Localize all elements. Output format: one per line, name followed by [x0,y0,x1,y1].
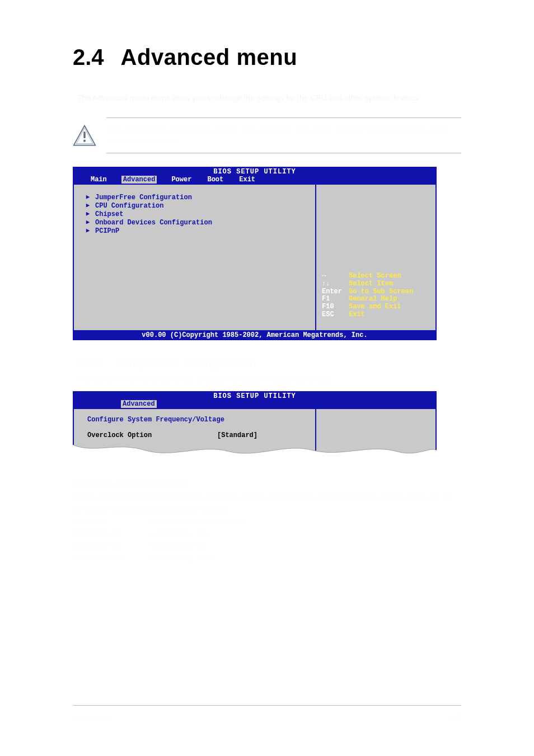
option-row[interactable]: Overclock Option [Standard] [87,431,308,439]
subsection-number: 2.4.1 [77,357,113,370]
tab-advanced[interactable]: Advanced [121,176,157,184]
nav-row: ↑↓Select Item [322,280,430,288]
subsection-heading: 2.4.1 JumperFree Configuration The items… [77,357,461,383]
section-title: Advanced menu [121,45,297,70]
bios-body: ▶ JumperFree Configuration ▶ CPU Configu… [73,185,437,330]
option-name: Overclock 3% [73,528,146,540]
intro-paragraph: The Advanced menu items allow you to cha… [77,92,461,104]
footer-rule [73,705,461,706]
nav-row: ESCExit [322,311,430,319]
nav-help: ↔Select Screen ↑↓Select Item EnterGo to … [322,273,430,319]
svg-point-3 [83,139,86,142]
option-name: Overclock 10% [73,552,146,564]
nav-desc: Select Screen [349,273,401,280]
subsection-intro: The items in this menu allows you to adj… [77,374,461,383]
option-value: [Standard] [217,431,257,439]
menu-label: CPU Configuration [95,202,163,210]
bios-title: BIOS SETUP UTILITY [73,391,437,400]
submenu-arrow-icon: ▶ [85,194,91,201]
nav-desc: Save and Exit [349,303,401,311]
submenu-arrow-icon: ▶ [85,227,91,235]
page-footer: ASUS K8N 2-17 [73,714,461,722]
menu-item[interactable]: ▶ JumperFree Configuration [85,194,308,202]
option-label: Overclock Option [87,431,217,439]
option-heading: Overclock Option [Standard] [73,476,461,489]
bios-right-panel [315,409,435,456]
menu-label: Onboard Devices Configuration [95,219,212,227]
nav-row: ↔Select Screen [322,273,430,280]
tab-exit[interactable]: Exit [238,176,256,184]
bios-title: BIOS SETUP UTILITY [73,167,437,176]
tab-advanced[interactable]: Advanced [121,400,157,408]
panel-title: Configure System Frequency/Voltage [87,416,308,424]
bios-right-panel: ↔Select Screen ↑↓Select Item EnterGo to … [315,185,435,330]
warning-icon [73,124,96,147]
option-desc-text: Allows selection of CPU overclocking opt… [73,491,461,515]
bios-screen-jumperfree: BIOS SETUP UTILITY Advanced Configure Sy… [73,391,437,456]
option-name: Overclock 5% [73,540,146,552]
option-text: - overclock by 5%. [146,541,209,550]
bios-menubar: Advanced [73,400,437,409]
submenu-arrow-icon: ▶ [85,219,91,227]
nav-desc: Select Item [349,280,393,288]
nav-key: Enter [322,288,349,296]
nav-key: F1 [322,295,349,303]
section-heading: 2.4 Advanced menu [73,45,461,70]
svg-rect-2 [83,132,86,138]
bios-menubar: Main Advanced Power Boot Exit [73,176,437,185]
nav-key: ↔ [322,273,349,280]
submenu-arrow-icon: ▶ [85,202,91,210]
option-description: Overclock Option [Standard] Allows selec… [73,476,461,564]
bios-copyright: v00.00 (C)Copyright 1985-2002, American … [73,330,437,340]
nav-desc: Go to Sub Screen [349,288,413,296]
menu-item[interactable]: ▶ CPU Configuration [85,202,308,210]
bios-left-panel: ▶ JumperFree Configuration ▶ CPU Configu… [74,185,315,330]
subsection-title: JumperFree Configuration [115,357,256,369]
nav-row: EnterGo to Sub Screen [322,288,430,296]
menu-label: JumperFree Configuration [95,194,192,202]
option-row: Standard- use factory default settings. [73,515,461,528]
option-text: - use factory default settings. [146,516,246,525]
menu-item[interactable]: ▶ Onboard Devices Configuration [85,219,308,227]
nav-row: F10Save and Exit [322,303,430,311]
caution-text: Take caution when changing the settings … [106,118,461,153]
menu-label: PCIPnP [95,227,119,236]
option-name: Standard [73,515,146,528]
bios-left-panel: Configure System Frequency/Voltage Overc… [74,409,315,456]
footer-left: ASUS K8N [73,714,109,722]
menu-item[interactable]: ▶ PCIPnP [85,227,308,236]
nav-desc: Exit [349,311,365,319]
caution-note: Take caution when changing the settings … [73,118,461,153]
nav-key: F10 [322,303,349,311]
nav-key: ↑↓ [322,280,349,288]
bios-body: Configure System Frequency/Voltage Overc… [73,409,437,456]
menu-label: Chipset [95,210,123,219]
footer-page-number: 2-17 [447,714,461,722]
submenu-arrow-icon: ▶ [85,210,91,218]
section-number: 2.4 [73,45,104,70]
menu-item[interactable]: ▶ Chipset [85,210,308,219]
tab-power[interactable]: Power [170,176,193,184]
option-text: - overclock by 10%. [146,553,214,562]
tab-boot[interactable]: Boot [206,176,224,184]
option-text: - overclock by 3%. [146,529,209,538]
option-row: Overclock 3%- overclock by 3%. [73,528,461,540]
tab-main[interactable]: Main [90,176,108,184]
nav-key: ESC [322,311,349,319]
nav-desc: General Help [349,295,397,303]
option-row: Overclock 10%- overclock by 10%. [73,552,461,564]
bios-screen-advanced: BIOS SETUP UTILITY Main Advanced Power B… [73,167,437,340]
option-row: Overclock 5%- overclock by 5%. [73,540,461,552]
nav-row: F1General Help [322,295,430,303]
